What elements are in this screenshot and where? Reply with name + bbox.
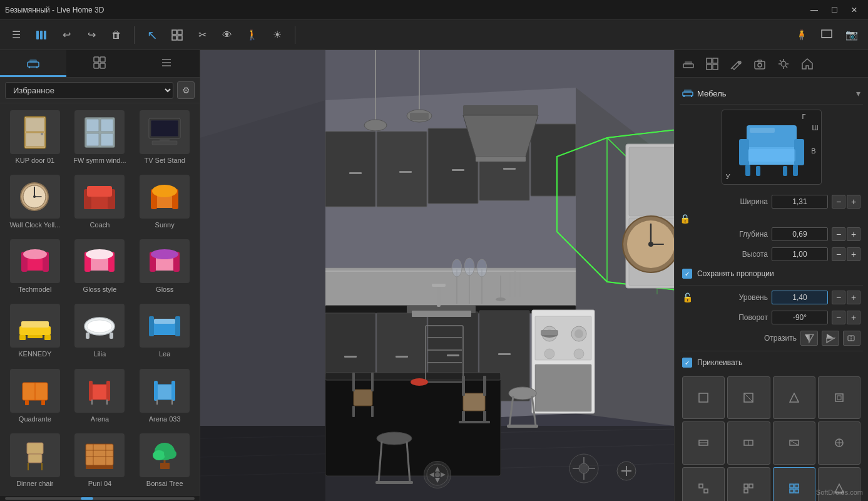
keep-proportions-row[interactable]: ✓ Сохранять пропорции	[680, 265, 863, 282]
snap-btn-1[interactable]	[727, 376, 770, 419]
svg-rect-147	[432, 284, 446, 287]
tab-furniture-right[interactable]	[677, 54, 700, 74]
category-dropdown[interactable]: Избранное	[5, 82, 173, 99]
walk-button[interactable]: 🚶	[241, 24, 263, 46]
width-row: Ширина − +	[680, 192, 863, 211]
svg-rect-284	[795, 484, 799, 488]
grid-item-wall-clock[interactable]: Wall Clock Yell...	[3, 170, 68, 235]
snap-btn-2[interactable]	[773, 376, 815, 419]
level-lock-icon[interactable]: 🔓	[682, 292, 693, 302]
snap-btn-0[interactable]	[682, 376, 725, 419]
lock-icon[interactable]: 🔒	[680, 214, 690, 224]
snap-btn-5[interactable]	[727, 421, 770, 464]
snap-checkbox[interactable]: ✓	[682, 358, 692, 368]
rotation-increase-button[interactable]: +	[847, 311, 860, 324]
svg-rect-89	[86, 444, 113, 465]
cut-button[interactable]: ✂	[191, 24, 213, 46]
grid-item-quadrante[interactable]: Quadrante	[3, 364, 68, 429]
level-decrease-button[interactable]: −	[832, 291, 845, 304]
snap-btn-4[interactable]	[682, 421, 725, 464]
mirror-3d-button[interactable]	[843, 331, 860, 346]
rotation-decrease-button[interactable]: −	[832, 311, 845, 324]
snap-btn-6[interactable]	[773, 421, 815, 464]
level-input[interactable]	[772, 291, 828, 304]
maximize-button[interactable]: ☐	[825, 4, 843, 16]
grid-item-kennedy[interactable]: KENNEDY	[3, 299, 68, 364]
tab-paint-right[interactable]	[725, 54, 747, 74]
grid-item-arena-033[interactable]: Arena 033	[132, 364, 197, 429]
rotation-input[interactable]	[772, 311, 828, 324]
undo-button[interactable]: ↩	[55, 24, 78, 46]
redo-button[interactable]: ↪	[80, 24, 103, 46]
svg-line-229	[731, 68, 732, 69]
grid-item-gloss[interactable]: Gloss	[132, 235, 197, 299]
scroll-thumb[interactable]	[81, 497, 93, 500]
rooms-button[interactable]	[166, 24, 188, 46]
grid-item-techmodel[interactable]: Techmodel	[3, 235, 68, 299]
depth-decrease-button[interactable]: −	[832, 227, 845, 241]
snap-row[interactable]: ✓ Приклеивать	[680, 354, 863, 371]
close-button[interactable]: ✕	[845, 4, 863, 16]
export-button[interactable]	[815, 24, 838, 46]
camera-top-button[interactable]: 📷	[840, 24, 863, 46]
person-button[interactable]: 🧍	[790, 24, 813, 46]
grid-item-fw-window[interactable]: FW symm wind...	[68, 106, 133, 170]
settings-button[interactable]: ⚙	[177, 81, 195, 99]
grid-item-lilia[interactable]: Lilia	[68, 299, 133, 364]
svg-rect-248	[794, 139, 804, 165]
tab-light-right[interactable]	[772, 54, 795, 74]
height-increase-button[interactable]: +	[847, 247, 860, 261]
tab-home-right[interactable]	[796, 54, 819, 74]
snap-btn-8[interactable]	[682, 467, 725, 502]
snap-btn-9[interactable]	[727, 467, 770, 502]
grid-item-arena[interactable]: Arena	[68, 364, 133, 429]
library-button[interactable]	[30, 24, 53, 46]
delete-button[interactable]: 🗑	[105, 24, 128, 46]
svg-rect-77	[106, 381, 110, 401]
sun-button[interactable]: ☀	[266, 24, 288, 46]
joystick-area[interactable]	[569, 453, 599, 486]
navigation-controls[interactable]	[424, 461, 451, 488]
height-input[interactable]	[772, 247, 828, 261]
grid-item-puni[interactable]: Puni 04	[68, 429, 133, 493]
height-decrease-button[interactable]: −	[832, 247, 845, 261]
level-increase-button[interactable]: +	[847, 291, 860, 304]
grid-item-coach[interactable]: Coach	[68, 170, 133, 235]
grid-item-tv-stand[interactable]: TV Set Stand	[132, 106, 197, 170]
menu-button[interactable]: ☰	[5, 24, 28, 46]
nav-center-button[interactable]	[424, 461, 451, 488]
minimize-button[interactable]: —	[805, 4, 823, 16]
tab-build-right[interactable]	[701, 54, 723, 74]
snap-btn-3[interactable]	[818, 376, 860, 419]
width-decrease-button[interactable]: −	[832, 195, 845, 209]
3d-viewport[interactable]	[200, 50, 674, 501]
furniture-tab-left[interactable]	[0, 50, 66, 77]
grid-item-gloss-style[interactable]: Gloss style	[68, 235, 133, 299]
tab-camera-right[interactable]	[748, 54, 771, 74]
width-increase-button[interactable]: +	[847, 195, 860, 209]
mirror-h-button[interactable]	[800, 331, 818, 346]
svg-rect-247	[739, 139, 749, 165]
zoom-control[interactable]	[616, 461, 636, 483]
prop-category-chevron[interactable]: ▾	[856, 88, 860, 98]
svg-rect-121	[476, 157, 526, 162]
snap-btn-7[interactable]	[818, 421, 860, 464]
grid-item-lea[interactable]: Lea	[132, 299, 197, 364]
keep-proportions-checkbox[interactable]: ✓	[682, 269, 692, 279]
grid-item-kup-door[interactable]: KUP door 01	[3, 106, 68, 170]
titlebar: Безымянный - Live Home 3D — ☐ ✕	[0, 0, 868, 20]
snap-btn-10[interactable]	[773, 467, 815, 502]
grid-item-bonsai[interactable]: Bonsai Tree	[132, 429, 197, 493]
eye-button[interactable]: 👁	[216, 24, 238, 46]
grid-item-sunny[interactable]: Sunny	[132, 170, 197, 235]
svg-line-239	[786, 66, 788, 68]
materials-tab-left[interactable]	[66, 50, 133, 77]
depth-input[interactable]	[772, 227, 828, 241]
grid-item-dinner-chair[interactable]: Dinner chair	[3, 429, 68, 493]
mirror-v-button[interactable]	[822, 331, 839, 346]
width-input[interactable]	[772, 195, 828, 209]
select-button[interactable]: ↖	[141, 24, 163, 46]
depth-increase-button[interactable]: +	[847, 227, 860, 241]
svg-rect-176	[352, 373, 355, 391]
list-tab-left[interactable]	[133, 50, 200, 77]
